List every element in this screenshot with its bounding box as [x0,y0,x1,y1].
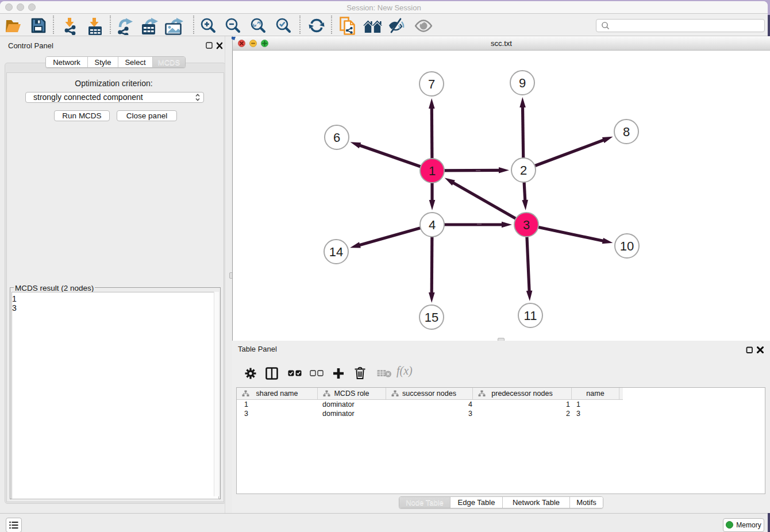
svg-text:15: 15 [425,310,438,325]
svg-text:4: 4 [429,218,436,232]
svg-text:14: 14 [329,245,343,259]
svg-text:10: 10 [620,239,634,253]
svg-text:1: 1 [429,164,436,178]
svg-text:8: 8 [623,125,630,139]
svg-text:9: 9 [519,76,526,90]
svg-text:11: 11 [524,309,537,323]
svg-text:2: 2 [520,163,527,178]
svg-text:6: 6 [333,130,340,145]
svg-text:7: 7 [428,77,435,91]
svg-text:3: 3 [523,218,530,232]
